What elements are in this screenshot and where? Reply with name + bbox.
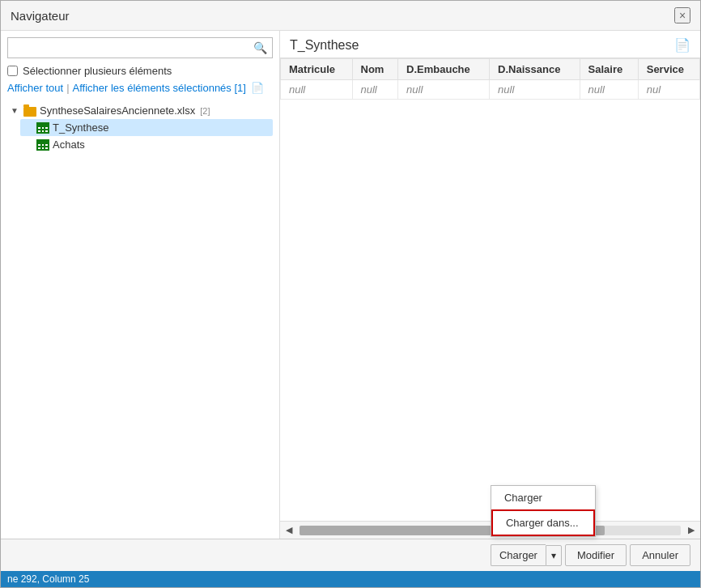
cell-salaire: null <box>580 80 638 100</box>
preview-header: T_Synthese 📄 <box>280 31 700 58</box>
action-buttons: Charger ▾ Modifier Annuler Charger Charg… <box>491 544 690 566</box>
afficher-tout-link[interactable]: Afficher tout <box>7 82 63 94</box>
table-icon-cell <box>45 147 49 150</box>
dialog-window: Navigateur × 🔍 Sélectionner plusieurs él… <box>0 0 701 588</box>
title-bar: Navigateur × <box>1 1 700 31</box>
cell-matricule: null <box>281 80 353 100</box>
tree-item-label-achats: Achats <box>53 138 85 151</box>
charger-dropdown-arrow[interactable]: ▾ <box>546 545 562 566</box>
table-header-row: Matricule Nom D.Embauche D.Naissance Sal… <box>281 59 700 80</box>
table-icon-t-synthese <box>36 122 49 134</box>
data-table: Matricule Nom D.Embauche D.Naissance Sal… <box>280 58 700 100</box>
data-preview-area: Matricule Nom D.Embauche D.Naissance Sal… <box>280 58 700 521</box>
tree-root-item: ▼ SyntheseSalairesAnciennete.xlsx [2] <box>7 100 273 155</box>
col-service: Service <box>638 59 699 80</box>
cell-service: nul <box>638 80 699 100</box>
tree-expand-arrow: ▼ <box>11 106 20 115</box>
search-button[interactable]: 🔍 <box>249 38 272 58</box>
multi-select-checkbox[interactable] <box>7 66 18 76</box>
modifier-button[interactable]: Modifier <box>565 544 627 566</box>
status-bar: ne 292, Column 25 <box>1 571 700 587</box>
charger-dropdown-menu: Charger Charger dans... <box>491 485 596 537</box>
scroll-right-button[interactable]: ▶ <box>682 522 700 539</box>
right-panel: T_Synthese 📄 Matricule Nom D.Embauche D.… <box>280 31 700 539</box>
afficher-selection-link[interactable]: Afficher les éléments sélectionnés [1] <box>73 82 246 94</box>
dropdown-item-charger[interactable]: Charger <box>491 486 595 509</box>
dropdown-item-charger-dans[interactable]: Charger dans... <box>491 509 595 536</box>
folder-icon <box>23 107 36 117</box>
search-input[interactable] <box>8 39 249 58</box>
cell-d-embauche: null <box>398 80 490 100</box>
preview-export-button[interactable]: 📄 <box>674 37 690 53</box>
cell-d-naissance: null <box>490 80 580 100</box>
cell-nom: null <box>352 80 398 100</box>
bottom-bar: Charger ▾ Modifier Annuler Charger Charg… <box>1 539 700 571</box>
tree-item-label-t-synthese: T_Synthese <box>53 121 108 134</box>
multi-select-row: Sélectionner plusieurs éléments <box>7 65 273 77</box>
col-nom: Nom <box>352 59 398 80</box>
navigator-tree: ▼ SyntheseSalairesAnciennete.xlsx [2] <box>7 100 273 532</box>
content-area: 🔍 Sélectionner plusieurs éléments Affich… <box>1 31 700 539</box>
filter-links-row: Afficher tout | Afficher les éléments sé… <box>7 82 273 94</box>
search-box: 🔍 <box>7 37 273 58</box>
status-bar-text: ne 292, Column 25 <box>7 573 89 585</box>
tree-root-badge: [2] <box>200 106 210 116</box>
link-separator: | <box>66 82 69 94</box>
charger-split-button: Charger ▾ <box>491 544 562 566</box>
table-icon-cell <box>45 130 49 133</box>
tree-children: T_Synthese <box>20 119 273 153</box>
col-d-naissance: D.Naissance <box>490 59 580 80</box>
export-link-icon[interactable]: 📄 <box>249 82 266 94</box>
tree-root-row[interactable]: ▼ SyntheseSalairesAnciennete.xlsx [2] <box>7 102 273 119</box>
tree-item-achats[interactable]: Achats <box>20 136 273 153</box>
left-panel: 🔍 Sélectionner plusieurs éléments Affich… <box>1 31 280 539</box>
table-icon-achats <box>36 139 49 151</box>
annuler-button[interactable]: Annuler <box>630 544 690 566</box>
col-salaire: Salaire <box>580 59 638 80</box>
dialog-title: Navigateur <box>11 9 70 23</box>
table-row: null null null null null nul <box>281 80 700 100</box>
preview-title: T_Synthese <box>290 38 359 53</box>
col-matricule: Matricule <box>281 59 353 80</box>
close-button[interactable]: × <box>674 7 690 23</box>
scroll-left-button[interactable]: ◀ <box>280 522 298 539</box>
col-d-embauche: D.Embauche <box>398 59 490 80</box>
multi-select-label: Sélectionner plusieurs éléments <box>23 65 172 77</box>
charger-main-button[interactable]: Charger <box>491 544 546 566</box>
tree-root-label: SyntheseSalairesAnciennete.xlsx <box>40 104 195 117</box>
tree-item-t-synthese[interactable]: T_Synthese <box>20 119 273 136</box>
